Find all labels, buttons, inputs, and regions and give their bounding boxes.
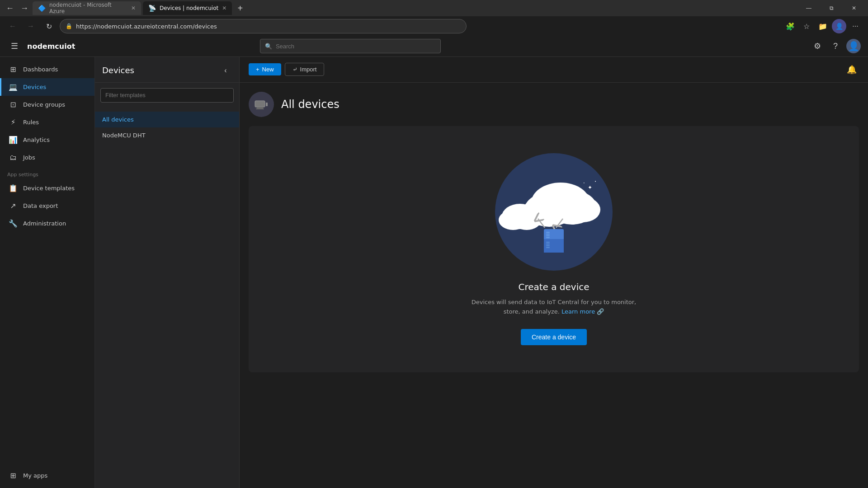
sidebar-item-data-export[interactable]: ↗ Data export [0, 197, 94, 215]
url-text: https://nodemcuiot.azureiotcentral.com/d… [76, 23, 217, 30]
back-nav-button[interactable]: ← [5, 19, 20, 33]
settings-button[interactable]: ⚙ [810, 39, 825, 53]
tab-azure-label: nodemcuiot - Microsoft Azure [49, 2, 127, 14]
empty-state-description: Devices will send data to IoT Central fo… [463, 298, 644, 317]
minimize-button[interactable]: — [798, 0, 819, 16]
sidebar-label-data-export: Data export [23, 202, 58, 209]
device-groups-icon: ⊡ [9, 100, 18, 109]
svg-rect-20 [546, 245, 550, 246]
sidebar-item-analytics[interactable]: 📊 Analytics [0, 131, 94, 149]
sidebar-label-rules: Rules [23, 119, 39, 126]
maximize-button[interactable]: ⧉ [821, 0, 842, 16]
device-templates-icon: 📋 [9, 184, 18, 192]
forward-nav-button[interactable]: → [24, 19, 38, 33]
learn-more-link[interactable]: Learn more 🔗 [561, 308, 604, 315]
sidebar-label-my-apps: My apps [23, 472, 47, 479]
left-sidebar: ⊞ Dashboards 💻 Devices ⊡ Device groups ⚡… [0, 57, 95, 488]
svg-rect-19 [546, 244, 550, 244]
dashboards-icon: ⊞ [9, 65, 18, 74]
new-button-label: New [262, 66, 274, 73]
sidebar-item-devices[interactable]: 💻 Devices [0, 78, 94, 96]
svg-rect-1 [257, 107, 263, 108]
sidebar-item-my-apps[interactable]: ⊞ My apps [0, 467, 94, 484]
sidebar-item-dashboards[interactable]: ⊞ Dashboards [0, 61, 94, 78]
sidebar-item-administration[interactable]: 🔧 Administration [0, 215, 94, 232]
refresh-button[interactable]: ↻ [42, 19, 56, 33]
svg-text:•: • [594, 180, 596, 183]
favorites-button[interactable]: ☆ [799, 19, 814, 33]
app-topbar-actions: ⚙ ? 👤 [810, 39, 861, 53]
my-apps-icon: ⊞ [9, 471, 18, 480]
new-tab-button[interactable]: + [234, 2, 246, 14]
tab-devices-icon: 📡 [148, 5, 156, 12]
tab-devices-label: Devices | nodemcuiot [160, 5, 218, 11]
browser-actions: 🧩 ☆ 📁 👤 ··· [783, 19, 863, 33]
create-device-button[interactable]: Create a device [521, 329, 587, 345]
panel-header: Devices ‹ [95, 57, 239, 83]
search-input[interactable] [276, 43, 436, 50]
forward-btn[interactable]: → [18, 2, 31, 14]
browser-chrome: ← → 🔷 nodemcuiot - Microsoft Azure ✕ 📡 D… [0, 0, 868, 36]
collections-button[interactable]: 📁 [816, 19, 830, 33]
svg-rect-14 [546, 232, 550, 233]
empty-state-card: ✦ • • Create a device Devices will send … [249, 126, 859, 373]
main-toolbar: + New ⤶ Import 🔔 [240, 57, 868, 83]
nodemcu-dht-label: NodeMCU DHT [102, 132, 146, 139]
settings-ellipsis-button[interactable]: ··· [848, 19, 863, 33]
sidebar-item-rules[interactable]: ⚡ Rules [0, 113, 94, 131]
tab-devices[interactable]: 📡 Devices | nodemcuiot ✕ [143, 1, 232, 15]
profile-icon-button[interactable]: 👤 [846, 39, 861, 53]
new-plus-icon: + [256, 66, 259, 73]
address-bar[interactable]: 🔒 https://nodemcuiot.azureiotcentral.com… [60, 19, 467, 33]
panel-close-button[interactable]: ‹ [219, 64, 232, 77]
sidebar-label-analytics: Analytics [23, 136, 50, 143]
lock-icon: 🔒 [66, 23, 72, 29]
empty-state-title: Create a device [518, 282, 589, 292]
panel-item-all-devices[interactable]: All devices [95, 112, 239, 127]
sidebar-item-device-groups[interactable]: ⊡ Device groups [0, 96, 94, 113]
profile-button[interactable]: 👤 [832, 19, 846, 33]
svg-rect-3 [266, 103, 268, 106]
app-logo: nodemcuiot [27, 42, 75, 51]
extensions-button[interactable]: 🧩 [783, 19, 797, 33]
close-tab-azure[interactable]: ✕ [131, 5, 136, 11]
filter-templates-input[interactable] [105, 92, 229, 99]
svg-rect-16 [546, 235, 550, 236]
sidebar-item-jobs[interactable]: 🗂 Jobs [0, 149, 94, 166]
sidebar-label-jobs: Jobs [23, 154, 35, 161]
notifications-button[interactable]: 🔔 [844, 62, 859, 77]
sidebar-label-device-templates: Device templates [23, 185, 75, 192]
tab-azure[interactable]: 🔷 nodemcuiot - Microsoft Azure ✕ [33, 1, 141, 15]
main-content: + New ⤶ Import 🔔 [240, 57, 868, 488]
administration-icon: 🔧 [9, 219, 18, 228]
analytics-icon: 📊 [9, 136, 18, 144]
svg-rect-0 [255, 101, 265, 107]
filter-templates-search[interactable] [100, 88, 234, 103]
svg-text:•: • [583, 181, 585, 184]
window-controls: — ⧉ ✕ [798, 0, 864, 16]
devices-panel: Devices ‹ All devices NodeMCU DHT [95, 57, 240, 488]
app-settings-label: App settings [0, 166, 94, 179]
address-bar-row: ← → ↻ 🔒 https://nodemcuiot.azureiotcentr… [0, 16, 868, 36]
close-window-button[interactable]: ✕ [844, 0, 864, 16]
tab-bar: ← → 🔷 nodemcuiot - Microsoft Azure ✕ 📡 D… [0, 0, 868, 16]
sidebar-item-device-templates[interactable]: 📋 Device templates [0, 179, 94, 197]
help-button[interactable]: ? [828, 39, 843, 53]
back-btn[interactable]: ← [4, 2, 16, 14]
svg-rect-2 [256, 108, 264, 109]
import-button[interactable]: ⤶ Import [285, 63, 325, 76]
sidebar-label-administration: Administration [23, 220, 66, 227]
app-topbar: ☰ nodemcuiot 🔍 ⚙ ? 👤 [0, 36, 868, 57]
hamburger-button[interactable]: ☰ [7, 39, 22, 53]
search-icon: 🔍 [265, 43, 272, 50]
svg-rect-18 [546, 242, 550, 243]
devices-icon: 💻 [9, 83, 18, 91]
new-button[interactable]: + New [249, 63, 281, 75]
panel-item-nodemcu-dht[interactable]: NodeMCU DHT [95, 127, 239, 143]
close-tab-devices[interactable]: ✕ [222, 5, 226, 11]
content-area: All devices [240, 83, 868, 488]
svg-rect-15 [546, 234, 550, 235]
app-search-bar[interactable]: 🔍 [260, 39, 441, 53]
page-title: All devices [281, 98, 340, 111]
svg-rect-21 [546, 247, 550, 248]
